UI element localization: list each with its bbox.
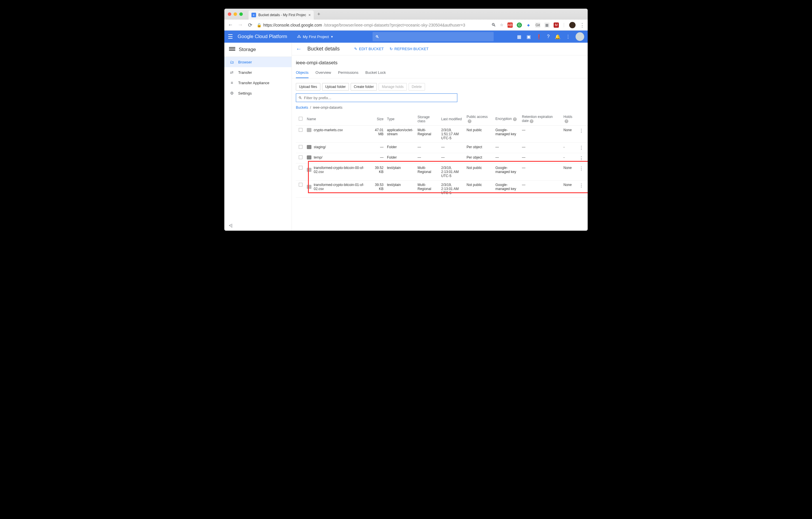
help-icon[interactable]: ?	[564, 119, 568, 123]
extension-icon[interactable]: ◆	[526, 23, 531, 28]
url-bar[interactable]: 🔒 https://console.cloud.google.com/stora…	[257, 23, 488, 27]
main-content: ← Bucket details ✎EDIT BUCKET ↻REFRESH B…	[292, 43, 588, 231]
row-menu-icon[interactable]: ⋮	[579, 128, 584, 133]
cell-type: text/plain	[385, 183, 416, 187]
table-row[interactable]: transformed-crypto-bitcoin-00-of-02.csv …	[296, 164, 588, 180]
tab-bucket-lock[interactable]: Bucket Lock	[365, 67, 386, 78]
sidebar-item-browser[interactable]: 🗂Browser	[224, 57, 292, 67]
upload-files-button[interactable]: Upload files	[296, 83, 320, 90]
create-folder-button[interactable]: Create folder	[351, 83, 377, 90]
refresh-bucket-button[interactable]: ↻REFRESH BUCKET	[389, 47, 429, 51]
search-in-page-icon[interactable]: 🔍︎	[491, 23, 496, 28]
help-icon[interactable]: ?	[513, 117, 517, 121]
col-size[interactable]: Size	[370, 117, 385, 121]
sidebar-item-label: Transfer Appliance	[238, 81, 269, 85]
table-row[interactable]: staging/ — Folder — — Per object — — - ⋮	[296, 143, 588, 153]
gcp-search-input[interactable]: 🔍︎	[373, 32, 494, 41]
object-name[interactable]: temp/	[314, 155, 322, 160]
star-icon[interactable]: ☆	[500, 23, 503, 27]
col-holds[interactable]: Holds?	[562, 115, 577, 123]
browser-tab[interactable]: Bucket details - My First Projec ×	[249, 10, 314, 20]
tab-objects[interactable]: Objects	[296, 67, 309, 78]
cell-holds: None	[562, 166, 577, 170]
forward-button[interactable]: →	[237, 22, 243, 28]
help-icon[interactable]: ?	[547, 34, 550, 39]
feedback-icon[interactable]: ❗	[536, 34, 542, 39]
col-retention[interactable]: Retention expiration date?	[520, 115, 562, 123]
col-retention-label: Retention expiration date	[522, 115, 553, 123]
help-icon[interactable]: ?	[530, 119, 533, 123]
edit-bucket-button[interactable]: ✎EDIT BUCKET	[354, 47, 384, 51]
new-tab-button[interactable]: +	[315, 10, 323, 18]
back-arrow-icon[interactable]: ←	[296, 46, 301, 52]
cell-retention: —	[520, 183, 562, 187]
file-icon	[307, 168, 312, 172]
table-row[interactable]: crypto-markets.csv 47.01 MB application/…	[296, 126, 588, 143]
filter-text-input[interactable]	[304, 96, 455, 100]
mendeley-extension-icon[interactable]: M	[554, 23, 559, 28]
tab-overview[interactable]: Overview	[315, 67, 331, 78]
cell-encryption: —	[494, 155, 520, 160]
close-window-icon[interactable]	[228, 12, 231, 16]
minimize-window-icon[interactable]	[234, 12, 237, 16]
account-avatar-icon[interactable]	[576, 32, 584, 41]
browser-menu-icon[interactable]: ⋮	[580, 22, 585, 28]
gcp-header: ☰ Google Cloud Platform ⁂ My First Proje…	[224, 31, 588, 43]
col-name[interactable]: Name	[305, 117, 370, 121]
sidebar-item-settings[interactable]: ⚙Settings	[224, 88, 292, 98]
object-name[interactable]: transformed-crypto-bitcoin-00-of-02.csv	[314, 166, 369, 174]
row-menu-icon[interactable]: ⋮	[579, 145, 584, 150]
gitzip-extension-icon[interactable]: Git	[535, 23, 540, 28]
extension-icon-2[interactable]: ▦	[544, 23, 550, 28]
row-menu-icon[interactable]: ⋮	[579, 156, 584, 161]
back-button[interactable]: ←	[227, 22, 234, 28]
select-all-checkbox[interactable]	[299, 117, 302, 120]
table-row[interactable]: transformed-crypto-bitcoin-01-of-02.csv …	[296, 180, 588, 198]
close-tab-icon[interactable]: ×	[308, 13, 311, 17]
object-name[interactable]: crypto-markets.csv	[314, 128, 343, 132]
hamburger-menu-icon[interactable]: ☰	[228, 33, 233, 40]
row-checkbox[interactable]	[299, 166, 302, 170]
sidebar-item-transfer-appliance[interactable]: ≡Transfer Appliance	[224, 78, 292, 88]
col-storage-class[interactable]: Storage class	[416, 115, 439, 123]
row-checkbox[interactable]	[299, 155, 302, 159]
object-name[interactable]: transformed-crypto-bitcoin-01-of-02.csv	[314, 183, 369, 191]
row-menu-icon[interactable]: ⋮	[579, 183, 584, 188]
help-icon[interactable]: ?	[468, 119, 471, 123]
project-picker[interactable]: ⁂ My First Project ▼	[297, 34, 334, 39]
sidebar-item-transfer[interactable]: ⇄Transfer	[224, 67, 292, 78]
cell-holds: None	[562, 128, 577, 132]
cell-last-modified: 2/3/19, 2:13:01 AM UTC-5	[439, 166, 465, 178]
cell-size: —	[370, 155, 385, 160]
col-encryption[interactable]: Encryption?	[494, 117, 520, 121]
cloudshell-icon[interactable]: ▣	[526, 34, 531, 39]
row-menu-icon[interactable]: ⋮	[579, 166, 584, 171]
project-name: My First Project	[303, 35, 329, 39]
page-title: Bucket details	[308, 46, 340, 52]
profile-avatar-icon[interactable]	[569, 22, 576, 28]
collapse-sidebar-button[interactable]: <|	[224, 220, 292, 231]
maximize-window-icon[interactable]	[239, 12, 243, 16]
delete-button: Delete	[409, 83, 425, 90]
reload-button[interactable]: ⟳	[247, 22, 253, 28]
object-name[interactable]: staging/	[314, 145, 326, 149]
abp-extension-icon[interactable]: AB	[508, 23, 513, 28]
filter-input[interactable]: 🔍︎	[296, 93, 457, 102]
col-encryption-label: Encryption	[495, 117, 512, 121]
breadcrumb-root-link[interactable]: Buckets	[296, 106, 308, 110]
notifications-icon[interactable]: 🔔	[555, 34, 560, 39]
upload-folder-button[interactable]: Upload folder	[322, 83, 349, 90]
gift-icon[interactable]: ▦	[517, 34, 521, 39]
cell-public-access: Per object	[465, 145, 494, 149]
row-checkbox[interactable]	[299, 145, 302, 149]
grammarly-extension-icon[interactable]: G	[517, 23, 522, 28]
col-public-access[interactable]: Public access?	[465, 115, 494, 123]
cell-type: application/octet-stream	[385, 128, 416, 136]
row-checkbox[interactable]	[299, 183, 302, 186]
more-icon[interactable]: ⋮	[566, 34, 570, 39]
table-row[interactable]: temp/ — Folder — — Per object — — - ⋮	[296, 153, 588, 164]
col-type[interactable]: Type	[385, 117, 416, 121]
tab-permissions[interactable]: Permissions	[338, 67, 358, 78]
row-checkbox[interactable]	[299, 128, 302, 132]
col-last-modified[interactable]: Last modified	[439, 117, 465, 121]
